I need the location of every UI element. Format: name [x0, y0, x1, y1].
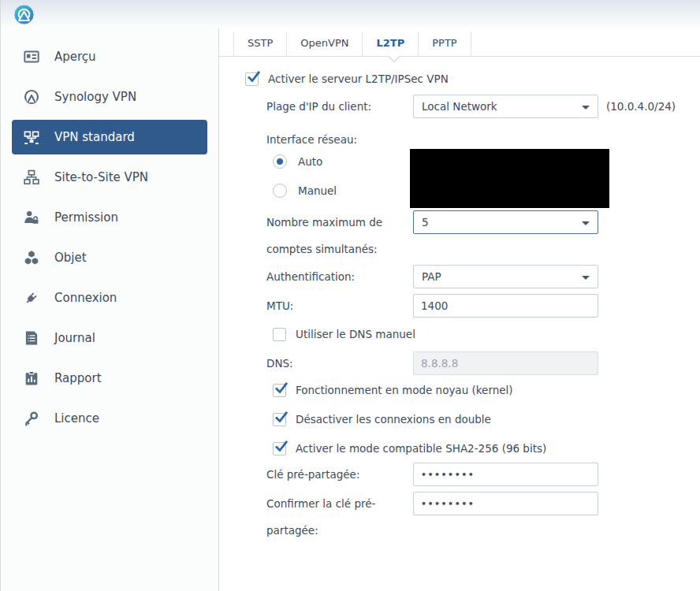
sidebar-item-synology-vpn[interactable]: Synology VPN — [12, 80, 207, 114]
synology-vpn-icon — [22, 87, 41, 106]
sidebar-item-label: Aperçu — [54, 50, 96, 64]
chevron-down-icon — [582, 221, 590, 225]
tab-pptp[interactable]: PPTP — [418, 32, 470, 56]
max-connections-select[interactable]: 5 — [413, 210, 598, 234]
preshared-key-row: Clé pré-partagée: — [245, 463, 700, 486]
manual-dns-checkbox[interactable] — [273, 328, 286, 341]
mtu-row: MTU: — [245, 294, 700, 318]
sidebar-item-apercu[interactable]: Aperçu — [12, 39, 207, 74]
no-duplicate-checkbox[interactable] — [273, 413, 286, 426]
mtu-label: MTU: — [266, 294, 413, 318]
chevron-down-icon — [582, 276, 590, 280]
confirm-key-label: Confirmer la clé pré-partagée: — [266, 490, 413, 544]
sha2-compat-checkbox[interactable] — [273, 442, 286, 455]
sidebar-item-journal[interactable]: Journal — [12, 321, 207, 355]
sidebar-item-objet[interactable]: Objet — [12, 240, 207, 275]
sidebar-item-connexion[interactable]: Connexion — [12, 281, 207, 315]
tab-l2tp[interactable]: L2TP — [362, 32, 418, 56]
log-list-icon — [22, 329, 41, 348]
authentication-value: PAP — [422, 270, 441, 283]
sidebar-item-rapport[interactable]: Rapport — [12, 361, 207, 396]
authentication-select[interactable]: PAP — [413, 265, 598, 288]
preshared-key-input[interactable] — [413, 463, 598, 486]
sidebar-item-permission[interactable]: Permission — [12, 200, 207, 235]
no-duplicate-row: Désactiver les connexions en double — [245, 412, 700, 426]
sidebar-item-label: Connexion — [54, 291, 117, 305]
tab-sstp[interactable]: SSTP — [233, 32, 286, 56]
enable-l2tp-row: Activer le serveur L2TP/IPSec VPN — [245, 72, 700, 86]
dns-label: DNS: — [266, 351, 413, 375]
client-ip-range-label: Plage d'IP du client: — [266, 95, 413, 118]
kernel-mode-label: Fonctionnement en mode noyau (kernel) — [296, 383, 513, 397]
interface-manuel-label: Manuel — [298, 184, 337, 199]
kernel-mode-row: Fonctionnement en mode noyau (kernel) — [245, 383, 700, 397]
sidebar: Aperçu Synology VPN VPN standard Site-to… — [1, 28, 219, 591]
max-connections-row: Nombre maximum de comptes simultanés: 5 — [245, 210, 700, 262]
interface-manuel-radio[interactable] — [273, 184, 287, 198]
client-ip-range-value: Local Network — [422, 100, 497, 113]
protocol-tabbar: SSTP OpenVPN L2TP PPTP — [219, 28, 700, 57]
max-connections-value: 5 — [422, 216, 429, 229]
tabbar-divider — [471, 32, 471, 56]
mtu-input[interactable] — [413, 294, 598, 318]
sidebar-item-label: Permission — [54, 210, 118, 225]
site-to-site-icon — [22, 168, 41, 187]
redacted-interface-info — [410, 149, 609, 208]
authentication-label: Authentification: — [266, 265, 413, 288]
client-ip-range-subnet: (10.0.4.0/24) — [606, 95, 676, 118]
no-duplicate-label: Désactiver les connexions en double — [296, 412, 491, 426]
report-chart-icon — [22, 369, 41, 388]
preshared-key-label: Clé pré-partagée: — [266, 463, 413, 486]
l2tp-settings-form: Activer le serveur L2TP/IPSec VPN Plage … — [219, 72, 700, 544]
sidebar-item-label: Licence — [54, 411, 99, 426]
kernel-mode-checkbox[interactable] — [273, 384, 286, 397]
tab-openvpn[interactable]: OpenVPN — [286, 32, 362, 56]
vpn-plus-logo-icon — [13, 4, 35, 25]
user-lock-icon — [22, 208, 41, 227]
interface-auto-radio[interactable] — [273, 154, 287, 169]
max-connections-label: Nombre maximum de comptes simultanés: — [266, 209, 413, 262]
sidebar-item-licence[interactable]: Licence — [12, 401, 207, 436]
sidebar-item-label: VPN standard — [54, 130, 135, 144]
sidebar-item-label: Objet — [54, 251, 87, 265]
sha2-compat-row: Activer le mode compatible SHA2-256 (96 … — [245, 441, 700, 455]
main-content: SSTP OpenVPN L2TP PPTP Activer le serveu… — [219, 28, 700, 591]
sidebar-item-site-to-site[interactable]: Site-to-Site VPN — [12, 160, 207, 195]
dns-row: DNS: — [245, 351, 700, 375]
network-interface-radio-group: Auto Manuel — [245, 154, 700, 201]
network-interface-row: Interface réseau: — [245, 128, 700, 143]
sidebar-item-label: Synology VPN — [54, 90, 136, 104]
confirm-key-input[interactable] — [413, 492, 598, 515]
dns-input[interactable] — [413, 351, 598, 375]
app-header — [1, 0, 700, 28]
enable-l2tp-checkbox[interactable] — [245, 72, 259, 86]
client-ip-range-select[interactable]: Local Network — [413, 95, 598, 118]
sha2-compat-label: Activer le mode compatible SHA2-256 (96 … — [296, 441, 546, 455]
client-ip-range-row: Plage d'IP du client: Local Network (10.… — [245, 95, 700, 118]
chevron-down-icon — [582, 106, 590, 110]
confirm-key-row: Confirmer la clé pré-partagée: — [245, 492, 700, 544]
sidebar-item-label: Site-to-Site VPN — [54, 170, 148, 184]
manual-dns-label: Utiliser le DNS manuel — [296, 327, 415, 341]
authentication-row: Authentification: PAP — [245, 265, 700, 288]
plug-icon — [22, 288, 41, 307]
id-card-icon — [22, 47, 41, 66]
enable-l2tp-label: Activer le serveur L2TP/IPSec VPN — [268, 72, 449, 86]
interface-auto-label: Auto — [298, 154, 322, 169]
vpn-standard-icon — [22, 128, 41, 147]
sidebar-item-vpn-standard[interactable]: VPN standard — [12, 120, 207, 154]
sidebar-item-label: Journal — [54, 331, 95, 345]
cubes-icon — [22, 248, 41, 267]
key-icon — [22, 409, 41, 428]
network-interface-label: Interface réseau: — [266, 128, 413, 151]
vpn-server-window: Aperçu Synology VPN VPN standard Site-to… — [0, 0, 700, 591]
manual-dns-row: Utiliser le DNS manuel — [245, 327, 700, 341]
sidebar-item-label: Rapport — [54, 371, 102, 385]
